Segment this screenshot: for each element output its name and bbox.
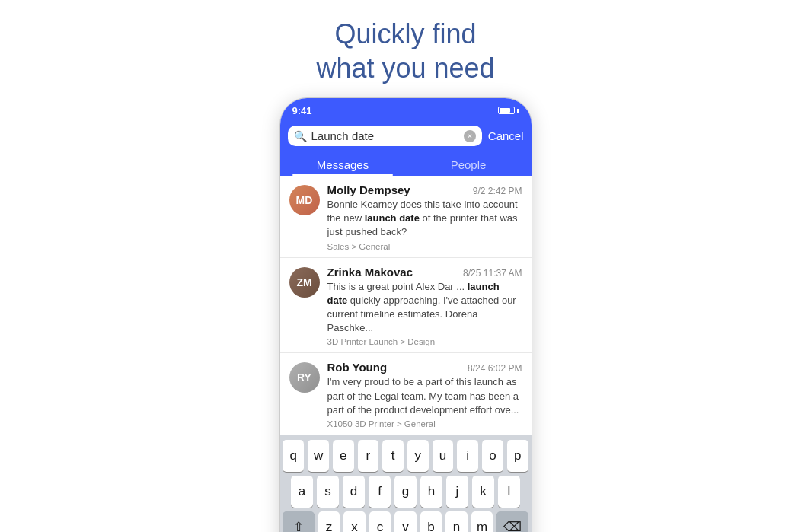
messages-list: MD Molly Dempsey 9/2 2:42 PM Bonnie Kear…: [280, 176, 532, 435]
key-r[interactable]: r: [358, 440, 379, 472]
message-content: Rob Young 8/24 6:02 PM I'm very proud to…: [327, 361, 522, 428]
cancel-button[interactable]: Cancel: [488, 128, 524, 144]
avatar: RY: [289, 362, 320, 393]
phone-frame: 9:41 🔍 Launch date Cancel Messages: [279, 97, 532, 532]
avatar: MD: [289, 185, 320, 215]
hero-line1: Quickly find: [334, 18, 476, 49]
tabs-bar: Messages People: [280, 152, 532, 176]
avatar: ZM: [289, 267, 320, 298]
hero-title: Quickly find what you need: [0, 17, 811, 85]
key-d[interactable]: d: [343, 476, 365, 508]
channel-tag: X1050 3D Printer > General: [327, 419, 522, 428]
tab-people[interactable]: People: [406, 152, 532, 176]
phone-wrapper: 9:41 🔍 Launch date Cancel Messages: [0, 97, 811, 532]
list-item[interactable]: RY Rob Young 8/24 6:02 PM I'm very proud…: [280, 353, 532, 435]
key-a[interactable]: a: [291, 476, 313, 508]
battery-tip: [517, 109, 519, 113]
keyboard: q w e r t y u i o p a s d f g h j k: [280, 435, 532, 532]
message-header: Molly Dempsey 9/2 2:42 PM: [327, 183, 522, 196]
key-p[interactable]: p: [507, 440, 528, 472]
key-f[interactable]: f: [369, 476, 391, 508]
key-g[interactable]: g: [394, 476, 417, 508]
sender-name: Zrinka Makovac: [327, 266, 413, 279]
battery-fill: [500, 108, 510, 113]
message-body: Bonnie Kearney does this take into accou…: [327, 198, 522, 240]
delete-key[interactable]: ⌫: [496, 511, 528, 532]
key-x[interactable]: x: [343, 511, 366, 532]
message-body: This is a great point Alex Dar ... launc…: [327, 280, 522, 336]
tab-messages[interactable]: Messages: [280, 152, 406, 176]
message-content: Molly Dempsey 9/2 2:42 PM Bonnie Kearney…: [327, 183, 522, 251]
key-h[interactable]: h: [420, 476, 442, 508]
key-s[interactable]: s: [317, 476, 339, 508]
battery-icon: [498, 107, 519, 114]
message-content: Zrinka Makovac 8/25 11:37 AM This is a g…: [327, 266, 522, 347]
key-q[interactable]: q: [283, 440, 304, 472]
battery-body: [498, 107, 515, 114]
sender-name: Molly Dempsey: [327, 183, 410, 196]
key-k[interactable]: k: [472, 476, 494, 508]
key-y[interactable]: y: [407, 440, 429, 472]
key-e[interactable]: e: [333, 440, 354, 472]
key-j[interactable]: j: [446, 476, 468, 508]
sender-name: Rob Young: [327, 361, 388, 374]
message-body: I'm very proud to be a part of this laun…: [327, 375, 522, 417]
keyboard-row-1: q w e r t y u i o p: [283, 440, 528, 472]
message-time: 8/25 11:37 AM: [463, 268, 522, 279]
channel-tag: 3D Printer Launch > Design: [327, 337, 522, 346]
message-time: 9/2 2:42 PM: [473, 186, 522, 196]
key-n[interactable]: n: [445, 511, 468, 532]
key-i[interactable]: i: [457, 440, 478, 472]
list-item[interactable]: ZM Zrinka Makovac 8/25 11:37 AM This is …: [280, 258, 532, 354]
status-bar: 9:41: [280, 98, 532, 121]
key-b[interactable]: b: [420, 511, 442, 532]
keyboard-row-3: ⇧ z x c v b n m ⌫: [283, 511, 528, 532]
search-bar: 🔍 Launch date Cancel: [280, 121, 532, 152]
key-t[interactable]: t: [382, 440, 404, 472]
search-input[interactable]: Launch date: [311, 129, 459, 142]
key-m[interactable]: m: [471, 511, 493, 532]
key-c[interactable]: c: [369, 511, 391, 532]
search-input-wrap[interactable]: 🔍 Launch date: [288, 126, 482, 146]
key-l[interactable]: l: [498, 476, 520, 508]
shift-key[interactable]: ⇧: [283, 511, 314, 532]
channel-tag: Sales > General: [327, 242, 522, 251]
key-o[interactable]: o: [482, 440, 503, 472]
hero-line2: what you need: [316, 53, 494, 84]
key-z[interactable]: z: [318, 511, 340, 532]
status-time: 9:41: [292, 105, 312, 116]
message-time: 8/24 6:02 PM: [468, 363, 522, 374]
message-header: Zrinka Makovac 8/25 11:37 AM: [327, 266, 522, 279]
keyboard-row-2: a s d f g h j k l: [283, 476, 528, 508]
message-header: Rob Young 8/24 6:02 PM: [327, 361, 522, 374]
key-u[interactable]: u: [433, 440, 454, 472]
search-icon: 🔍: [294, 130, 307, 142]
list-item[interactable]: MD Molly Dempsey 9/2 2:42 PM Bonnie Kear…: [280, 176, 532, 258]
key-w[interactable]: w: [308, 440, 329, 472]
hero-section: Quickly find what you need: [0, 0, 811, 85]
clear-icon[interactable]: [464, 130, 476, 142]
key-v[interactable]: v: [394, 511, 417, 532]
